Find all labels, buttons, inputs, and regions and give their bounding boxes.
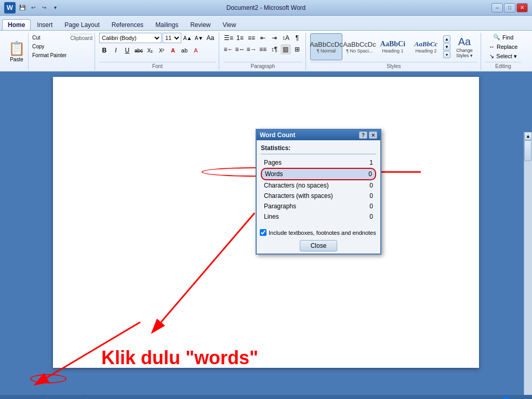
change-styles-button[interactable]: Aa ChangeStyles ▾	[451, 35, 477, 59]
wc-chars-nospace-row: Characters (no spaces) 0	[261, 180, 376, 191]
paste-button[interactable]: 📋 Paste	[5, 33, 29, 70]
statistics-label: Statistics:	[261, 144, 376, 154]
wc-chars-space-value: 0	[369, 192, 373, 200]
font-shrink-button[interactable]: A▼	[194, 33, 204, 43]
bullets-button[interactable]: ☰≡	[223, 33, 234, 43]
font-color-button[interactable]: A	[191, 45, 201, 56]
strikethrough-button[interactable]: abc	[134, 45, 144, 56]
wc-paragraphs-row: Paragraphs 0	[261, 201, 376, 211]
font-size-select[interactable]: 11	[163, 33, 181, 43]
replace-button[interactable]: ↔ Replace	[485, 43, 521, 51]
font-grow-button[interactable]: A▲	[182, 33, 193, 43]
numbering-button[interactable]: 1≡	[235, 33, 245, 43]
include-textboxes-checkbox[interactable]	[260, 229, 267, 236]
wc-lines-value: 0	[369, 213, 373, 220]
ribbon-content: 📋 Paste Cut Copy Format Painter Clipboar…	[0, 30, 532, 71]
format-painter-button[interactable]: Format Painter	[30, 51, 69, 59]
clear-format-button[interactable]: Aa	[205, 33, 216, 43]
paste-icon: 📋	[8, 41, 25, 57]
tab-page-layout[interactable]: Page Layout	[59, 19, 105, 30]
italic-button[interactable]: I	[111, 45, 121, 56]
bold-button[interactable]: B	[99, 45, 110, 56]
style-no-spacing[interactable]: AaBbCcDc ¶ No Spaci...	[343, 33, 376, 60]
clipboard-right: Cut Copy Format Painter	[29, 33, 70, 70]
style-heading1-label: Heading 1	[382, 48, 403, 54]
show-marks-button[interactable]: ¶	[292, 33, 302, 43]
customize-quick-btn[interactable]: ▾	[50, 3, 60, 12]
cut-button[interactable]: Cut	[30, 34, 69, 42]
wc-lines-row: Lines 0	[261, 211, 376, 222]
borders-button[interactable]: ⊞	[292, 44, 302, 55]
tab-review[interactable]: Review	[184, 19, 216, 30]
undo-quick-btn[interactable]: ↩	[29, 3, 38, 12]
style-heading2[interactable]: AaBbCc Heading 2	[410, 33, 442, 60]
para-bottom-row: ≡← ≡↔ ≡→ ≡≡ ↕¶ ▥ ⊞	[223, 44, 302, 55]
style-heading2-label: Heading 2	[415, 48, 436, 54]
wc-close-row: Close	[257, 238, 380, 254]
styles-scroll-down[interactable]: ▼	[443, 43, 450, 50]
window-title: Document2 - Microsoft Word	[227, 4, 306, 11]
para-content: ☰≡ 1≡ ≡≡ ⇤ ⇥ ↕A ¶ ≡← ≡↔ ≡→ ≡≡ ↕¶ ▥ ⊞	[223, 33, 302, 61]
select-button[interactable]: ↘ Select ▾	[486, 52, 521, 61]
wc-pages-label: Pages	[264, 159, 282, 166]
align-right-button[interactable]: ≡→	[246, 44, 257, 55]
tab-home[interactable]: Home	[2, 19, 31, 30]
line-spacing-button[interactable]: ↕¶	[269, 44, 280, 55]
wc-title: Word Count	[260, 131, 295, 139]
tab-view[interactable]: View	[217, 19, 242, 30]
redo-quick-btn[interactable]: ↪	[39, 3, 49, 12]
text-highlight-button[interactable]: ab	[179, 45, 190, 56]
style-heading1[interactable]: AaBbCi Heading 1	[377, 33, 409, 60]
close-button[interactable]: Close	[300, 240, 338, 251]
styles-scroll-up[interactable]: ▲	[443, 35, 450, 43]
word-app-icon: W	[4, 2, 16, 14]
superscript-button[interactable]: X²	[156, 45, 167, 56]
align-left-button[interactable]: ≡←	[223, 44, 234, 55]
tab-mailings[interactable]: Mailings	[150, 19, 184, 30]
wc-words-row[interactable]: Words 0	[261, 168, 376, 180]
title-left: W 💾 ↩ ↪ ▾	[4, 2, 60, 14]
decrease-indent-button[interactable]: ⇤	[258, 33, 268, 43]
font-name-select[interactable]: Calibri (Body)	[99, 33, 162, 43]
scroll-thumb[interactable]	[524, 140, 531, 161]
close-button[interactable]: ✕	[516, 3, 528, 12]
maximize-button[interactable]: □	[504, 3, 515, 12]
justify-button[interactable]: ≡≡	[258, 44, 268, 55]
subscript-button[interactable]: X₂	[145, 45, 155, 56]
copy-button[interactable]: Copy	[30, 43, 69, 50]
right-scrollbar: ▲ ▼	[524, 132, 532, 395]
status-bar: Page: 1 of 1 Words: 0 English (U.S.) 100…	[0, 395, 532, 399]
find-button[interactable]: 🔍 Find	[489, 33, 517, 42]
shading-button[interactable]: ▥	[281, 44, 291, 55]
align-center-button[interactable]: ≡↔	[235, 44, 245, 55]
tab-references[interactable]: References	[106, 19, 149, 30]
text-effects-button[interactable]: A	[168, 45, 178, 56]
paragraph-label: Paragraph	[223, 62, 302, 70]
style-heading1-preview: AaBbCi	[380, 40, 405, 48]
sort-button[interactable]: ↕A	[281, 33, 291, 43]
save-quick-btn[interactable]: 💾	[18, 3, 27, 12]
ribbon: Home Insert Page Layout References Maili…	[0, 16, 532, 72]
underline-button[interactable]: U	[122, 45, 132, 56]
wc-words-value: 0	[368, 170, 372, 178]
tab-bar: Home Insert Page Layout References Maili…	[0, 16, 532, 30]
wc-close-x-button[interactable]: ✕	[369, 131, 377, 139]
styles-more[interactable]: ▾	[443, 51, 450, 58]
wc-help-button[interactable]: ?	[359, 131, 367, 139]
minimize-button[interactable]: –	[491, 3, 503, 12]
wc-pages-value: 1	[369, 159, 373, 166]
wc-pages-row: Pages 1	[261, 157, 376, 168]
style-normal[interactable]: AaBbCcDc ¶ Normal	[310, 33, 342, 60]
tab-insert[interactable]: Insert	[31, 19, 58, 30]
include-textboxes-label: Include textboxes, footnotes and endnote…	[269, 230, 376, 236]
increase-indent-button[interactable]: ⇥	[269, 33, 280, 43]
quick-access-toolbar: 💾 ↩ ↪ ▾	[18, 3, 60, 12]
change-styles-label: ChangeStyles ▾	[456, 48, 473, 58]
multilevel-button[interactable]: ≡≡	[246, 33, 257, 43]
scroll-up-button[interactable]: ▲	[524, 132, 532, 140]
select-label: Select ▾	[496, 53, 517, 60]
document-page[interactable]: Word Count ? ✕ Statistics: Pages 1 Words…	[53, 77, 479, 368]
wc-chars-nospace-label: Characters (no spaces)	[264, 182, 329, 189]
style-normal-preview: AaBbCcDc	[310, 41, 343, 48]
scroll-track[interactable]	[524, 140, 532, 395]
